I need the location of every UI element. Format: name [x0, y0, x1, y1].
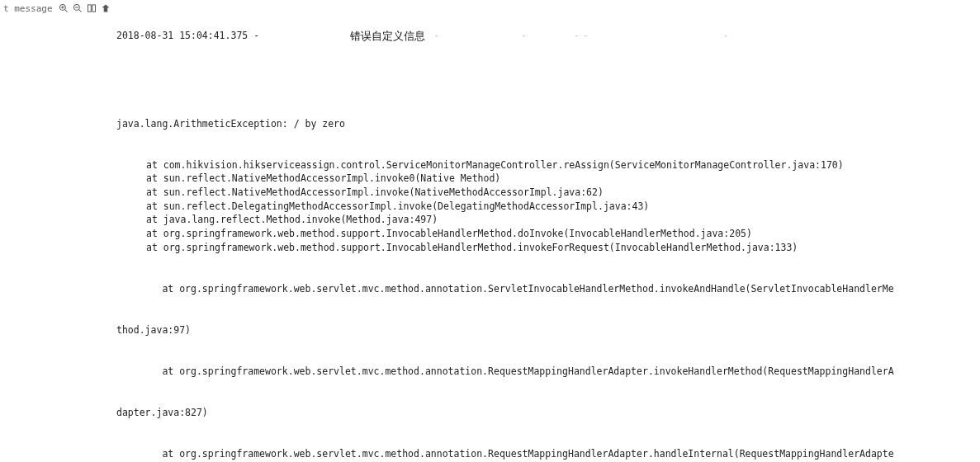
columns-icon[interactable] — [86, 2, 97, 14]
stack-lines: at com.hikvision.hikserviceassign.contro… — [116, 158, 977, 255]
stack-line: at java.lang.reflect.Method.invoke(Metho… — [116, 213, 977, 227]
stack-line-wrapped: at org.springframework.web.servlet.mvc.m… — [116, 447, 977, 461]
stack-line-wrapped: dapter.java:827) — [116, 406, 977, 420]
field-value[interactable]: 2018-08-31 15:04:41.375 - 错误自定义信息 - - --… — [116, 2, 977, 462]
filter-icon[interactable] — [100, 2, 111, 14]
stack-line: at sun.reflect.NativeMethodAccessorImpl.… — [116, 172, 977, 186]
zoom-out-icon[interactable] — [72, 2, 83, 14]
stack-line-wrapped: at org.springframework.web.servlet.mvc.m… — [116, 365, 977, 379]
log-header: 2018-08-31 15:04:41.375 - 错误自定义信息 - - --… — [116, 29, 977, 45]
stack-line: at sun.reflect.NativeMethodAccessorImpl.… — [116, 186, 977, 200]
log-timestamp: 2018-08-31 15:04:41.375 - — [116, 29, 342, 43]
log-row: t message 2018-08-31 15:04:41.375 - 错误自定… — [0, 0, 980, 462]
svg-line-1 — [65, 10, 68, 12]
faint-marks: - - -- - — [433, 29, 731, 42]
stack-line: at org.springframework.web.method.suppor… — [116, 241, 977, 255]
stack-line: at sun.reflect.DelegatingMethodAccessorI… — [116, 200, 977, 214]
log-note: 错误自定义信息 — [350, 29, 425, 45]
stack-line: at org.springframework.web.method.suppor… — [116, 227, 977, 241]
stack-line: at com.hikvision.hikserviceassign.contro… — [116, 158, 977, 172]
zoom-in-icon[interactable] — [58, 2, 69, 14]
stack-trace: java.lang.ArithmeticException: / by zero… — [116, 86, 977, 462]
exception-line: java.lang.ArithmeticException: / by zero — [116, 117, 977, 131]
svg-marker-9 — [102, 5, 110, 12]
stack-line-wrapped: at org.springframework.web.servlet.mvc.m… — [116, 282, 977, 296]
field-tools — [58, 2, 111, 14]
svg-line-5 — [79, 10, 82, 12]
field-label: t message — [3, 2, 53, 14]
stack-line-wrapped: thod.java:97) — [116, 323, 977, 337]
svg-rect-8 — [92, 5, 96, 12]
svg-rect-7 — [88, 5, 92, 12]
